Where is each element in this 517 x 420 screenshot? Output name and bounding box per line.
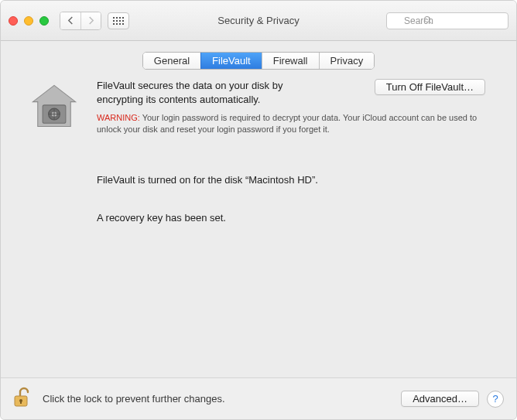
tab-privacy[interactable]: Privacy bbox=[319, 53, 375, 69]
zoom-window-button[interactable] bbox=[39, 16, 49, 26]
forward-button[interactable] bbox=[80, 12, 101, 29]
warning-text: Your login password is required to decry… bbox=[97, 113, 477, 134]
filevault-on-status: FileVault is turned on for the disk “Mac… bbox=[97, 174, 493, 186]
turn-off-filevault-button[interactable]: Turn Off FileVault… bbox=[375, 79, 485, 95]
search-input[interactable] bbox=[386, 12, 508, 29]
advanced-button[interactable]: Advanced… bbox=[401, 391, 479, 407]
lock-button[interactable] bbox=[13, 387, 35, 411]
traffic-lights bbox=[9, 16, 49, 26]
filevault-warning: WARNING: Your login password is required… bbox=[97, 112, 493, 135]
help-button[interactable]: ? bbox=[487, 391, 504, 408]
filevault-description: FileVault secures the data on your disk … bbox=[97, 79, 321, 106]
filevault-status: FileVault is turned on for the disk “Mac… bbox=[97, 174, 493, 224]
tab-filevault[interactable]: FileVault bbox=[200, 53, 262, 69]
show-all-prefs-button[interactable] bbox=[108, 12, 129, 29]
warning-label: WARNING: bbox=[97, 113, 140, 122]
tab-segmented-control: General FileVault Firewall Privacy bbox=[142, 52, 375, 70]
search-field-wrap bbox=[386, 12, 508, 29]
minimize-window-button[interactable] bbox=[24, 16, 33, 26]
tab-general[interactable]: General bbox=[143, 53, 200, 69]
close-window-button[interactable] bbox=[9, 16, 18, 26]
filevault-safe-icon bbox=[24, 80, 84, 135]
recovery-key-status: A recovery key has been set. bbox=[97, 212, 493, 224]
filevault-panel: FileVault secures the data on your disk … bbox=[15, 79, 502, 377]
svg-rect-10 bbox=[20, 401, 22, 404]
filevault-intro-section: FileVault secures the data on your disk … bbox=[24, 79, 493, 135]
window-toolbar: Security & Privacy bbox=[1, 1, 516, 41]
chevron-right-icon bbox=[87, 16, 94, 25]
lock-hint-text: Click the lock to prevent further change… bbox=[43, 393, 393, 405]
pane-footer: Click the lock to prevent further change… bbox=[1, 377, 516, 419]
system-preferences-window: Security & Privacy General FileVault Fir… bbox=[0, 0, 517, 420]
chevron-left-icon bbox=[67, 16, 74, 25]
tab-firewall[interactable]: Firewall bbox=[262, 53, 319, 69]
nav-button-group bbox=[60, 12, 101, 30]
turn-off-filevault-wrap: Turn Off FileVault… bbox=[375, 79, 485, 95]
unlocked-lock-icon bbox=[13, 387, 32, 408]
tabs-row: General FileVault Firewall Privacy bbox=[1, 41, 516, 79]
back-button[interactable] bbox=[60, 12, 80, 29]
grid-icon bbox=[113, 17, 124, 25]
